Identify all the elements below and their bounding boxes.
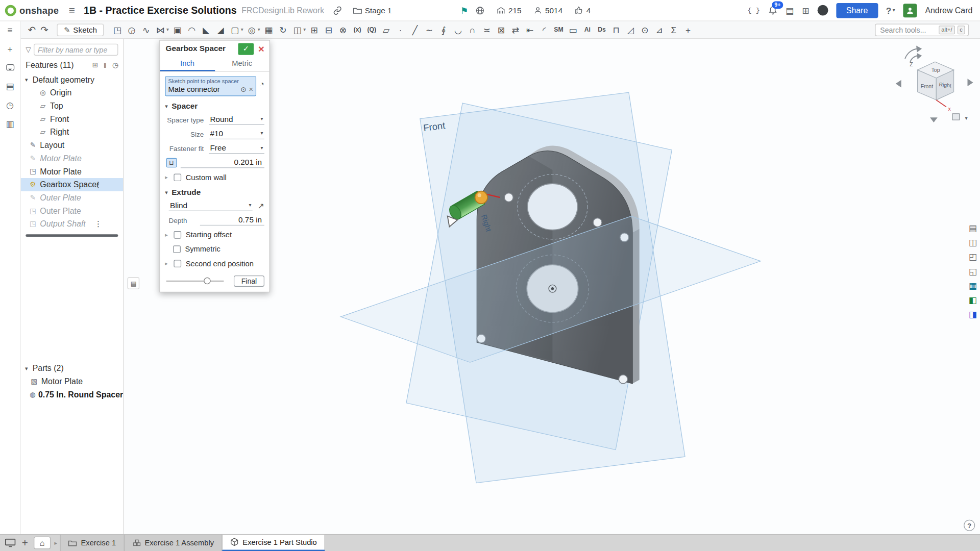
- preview-slider[interactable]: [166, 278, 224, 285]
- snapshot-icon[interactable]: ◱: [969, 267, 977, 276]
- home-tab-button[interactable]: ⌂: [34, 537, 51, 549]
- revolve-tool-icon[interactable]: ◶: [125, 24, 139, 35]
- feature-menu-dots-icon[interactable]: ⋮: [94, 219, 102, 228]
- project-label[interactable]: Stage 1: [365, 6, 392, 15]
- filter-icon[interactable]: ▽: [26, 45, 31, 54]
- history-panel-icon[interactable]: ◷: [6, 100, 14, 110]
- section-view-icon[interactable]: ◫: [969, 238, 977, 247]
- folder-icon[interactable]: [353, 7, 362, 14]
- panels-icon[interactable]: ▤: [786, 5, 794, 15]
- feature-menu-dots-icon[interactable]: ⋮: [94, 180, 102, 189]
- clear-selection-icon[interactable]: ×: [249, 85, 254, 94]
- public-globe-icon[interactable]: [476, 6, 484, 15]
- feature-item-outer-plate-sketch[interactable]: ✎ Outer Plate: [20, 191, 123, 205]
- user-avatar[interactable]: [903, 4, 917, 17]
- move-face-tool-icon[interactable]: ⇄: [508, 24, 523, 35]
- feature-item-layout[interactable]: ✎ Layout: [20, 139, 123, 152]
- feature-item-motor-plate-sketch[interactable]: ✎ Motor Plate: [20, 152, 123, 165]
- custom-wall-checkbox[interactable]: [174, 173, 181, 181]
- draft-tool-icon[interactable]: ◢: [213, 24, 228, 35]
- sketch-point-selection-field[interactable]: Sketch point to place spacer Mate connec…: [165, 76, 256, 96]
- measure-tool-icon[interactable]: ⊿: [652, 24, 667, 35]
- chevron-right-icon[interactable]: ▸: [165, 260, 173, 266]
- main-menu-icon[interactable]: ≡: [69, 4, 75, 16]
- intersect-tool-icon[interactable]: ∩: [465, 24, 479, 35]
- follow-flag-icon[interactable]: ⚑: [460, 5, 468, 15]
- tab-exercise-1-part-studio[interactable]: Exercise 1 Part Studio: [222, 535, 325, 551]
- cancel-button[interactable]: ×: [257, 43, 265, 54]
- final-button[interactable]: Final: [234, 276, 264, 287]
- delete-part-tool-icon[interactable]: ⊠: [494, 24, 508, 35]
- feature-item-right-plane[interactable]: ▱ Right: [20, 126, 123, 139]
- tab-inch[interactable]: Inch: [160, 57, 214, 71]
- rollback-bar[interactable]: [26, 234, 118, 237]
- feature-list-flyout-button[interactable]: ▤: [128, 278, 139, 289]
- gusset-tool-icon[interactable]: ◿: [623, 24, 638, 35]
- loft-tool-icon[interactable]: ⋈: [153, 24, 167, 35]
- feature-item-motor-plate[interactable]: ◳ Motor Plate: [20, 165, 123, 178]
- spacer-type-select[interactable]: Round ▾: [209, 115, 264, 125]
- project-tool-icon[interactable]: ◡: [451, 24, 465, 35]
- apps-grid-icon[interactable]: ⊞: [802, 5, 809, 15]
- pause-updates-icon[interactable]: ‖: [104, 62, 107, 69]
- chevron-right-icon[interactable]: ▸: [165, 174, 173, 180]
- frame-tool-icon[interactable]: ⊓: [609, 24, 623, 35]
- ai-advisor-tool-icon[interactable]: Ai: [580, 26, 595, 33]
- comments-panel-icon[interactable]: [6, 62, 14, 72]
- split-view-right-icon[interactable]: ◨: [969, 310, 977, 318]
- dropdown-caret-icon[interactable]: ▾: [241, 27, 243, 33]
- part-item-motor-plate[interactable]: ▧ Motor Plate: [20, 375, 123, 388]
- materials-icon[interactable]: ▦: [969, 281, 977, 290]
- mass-properties-tool-icon[interactable]: Σ: [667, 24, 681, 35]
- split-view-left-icon[interactable]: ◧: [969, 295, 977, 304]
- crosshair-tool-icon[interactable]: +: [681, 24, 695, 35]
- fillet-tool-icon[interactable]: ◠: [185, 24, 199, 35]
- clearance-toggle-icon[interactable]: ⊔: [166, 158, 177, 167]
- mate-connector-ball[interactable]: [475, 191, 487, 204]
- fastener-fit-select[interactable]: Free ▾: [209, 143, 264, 154]
- feature-filter-input[interactable]: [34, 44, 118, 56]
- viewcube-home-icon[interactable]: [952, 114, 959, 120]
- chevron-down-icon[interactable]: ▾: [165, 103, 168, 109]
- chevron-down-icon[interactable]: ▾: [165, 189, 168, 195]
- display-options-icon[interactable]: ▤: [969, 223, 977, 232]
- onshape-logo[interactable]: onshape: [5, 5, 59, 16]
- chevron-right-icon[interactable]: ▸: [165, 232, 173, 238]
- custom-feature-tool-icon[interactable]: (Q): [364, 26, 379, 33]
- feature-item-output-shaft[interactable]: ◳ Output Shaft ⋮: [20, 217, 123, 231]
- mounting-hole[interactable]: [593, 218, 602, 227]
- feature-item-top-plane[interactable]: ▱ Top: [20, 99, 123, 113]
- rotate-right-arrow[interactable]: [968, 79, 973, 86]
- rollback-clock-icon[interactable]: ◷: [112, 61, 118, 69]
- clearance-diameter-field[interactable]: 0.201 in: [181, 158, 264, 168]
- drawings-tool-icon[interactable]: Ds: [595, 26, 609, 33]
- chevron-down-icon[interactable]: ▾: [25, 365, 33, 371]
- view-cube[interactable]: Top Front Right Z x ▾: [896, 45, 973, 122]
- document-panel-icon[interactable]: ▤: [6, 81, 14, 91]
- notifications-button[interactable]: 9+: [768, 6, 777, 15]
- featurescript-icon[interactable]: { }: [748, 7, 760, 14]
- followers-stat[interactable]: 5014: [534, 6, 562, 15]
- features-panel-icon[interactable]: ≡: [8, 25, 13, 35]
- share-button[interactable]: Share: [836, 3, 878, 18]
- plane-tool-icon[interactable]: ▱: [379, 24, 393, 35]
- circular-pattern-tool-icon[interactable]: ↻: [276, 24, 290, 35]
- parts-group-header[interactable]: ▾ Parts (2): [20, 362, 123, 375]
- offset-tool-icon[interactable]: ≍: [480, 24, 494, 35]
- point-tool-icon[interactable]: ∙: [394, 24, 408, 35]
- flip-direction-icon[interactable]: ↗: [258, 201, 264, 210]
- split-tool-icon[interactable]: ⊟: [322, 24, 336, 35]
- copies-stat[interactable]: 215: [497, 6, 522, 15]
- dropdown-caret-icon[interactable]: ▾: [303, 27, 306, 33]
- mate-connector-filter-icon[interactable]: ◔: [259, 80, 264, 89]
- variable-tool-icon[interactable]: (x): [350, 26, 364, 33]
- tab-exercise-1[interactable]: Exercise 1: [60, 535, 124, 551]
- viewcube-menu-caret[interactable]: ▾: [965, 115, 968, 121]
- feature-group-default-geometry[interactable]: ▾ Default geometry: [20, 73, 123, 86]
- insert-feature-icon[interactable]: ⊞: [92, 61, 98, 69]
- link-icon[interactable]: [333, 6, 341, 15]
- tag-tool-icon[interactable]: ⊙: [638, 24, 652, 35]
- commit-button[interactable]: ✓: [238, 43, 254, 55]
- flatten-tool-icon[interactable]: ▭: [566, 24, 580, 35]
- notes-panel-icon[interactable]: ▥: [6, 119, 14, 129]
